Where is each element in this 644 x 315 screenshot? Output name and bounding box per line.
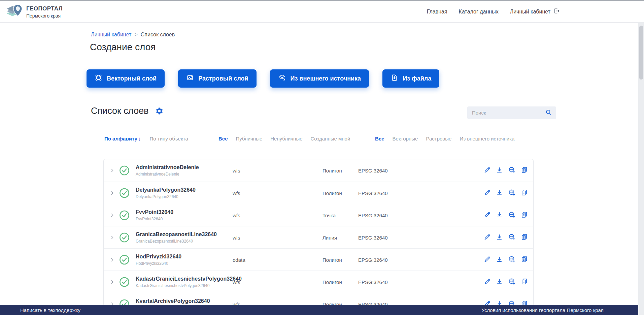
layer-source-type: wfs — [233, 168, 240, 174]
create-vector-layer-label: Векторный слой — [107, 75, 157, 82]
layer-name: FvvPoint32640 — [136, 209, 232, 215]
terms-link[interactable]: Условия использования геопортала Пермско… — [481, 307, 604, 313]
type-filter[interactable]: Векторные — [393, 136, 418, 141]
layer-name: DelyankaPolygon32640 — [136, 187, 232, 193]
edit-layer-button[interactable] — [484, 166, 491, 175]
pencil-icon — [484, 278, 491, 286]
window-top-line — [0, 0, 644, 1]
row-expand-chevron-icon[interactable] — [109, 257, 115, 262]
edit-layer-button[interactable] — [484, 189, 491, 197]
layer-crs: EPSG:32640 — [358, 190, 388, 196]
search-button[interactable] — [545, 109, 552, 117]
add-to-map-button[interactable] — [508, 255, 516, 264]
create-layer-buttons: Векторный слой Растровый слой — [87, 69, 439, 88]
breadcrumb: Личный кабинет > Список слоев — [91, 32, 175, 38]
download-layer-button[interactable] — [496, 166, 503, 175]
status-published-icon — [119, 188, 130, 198]
layer-name-block: HodPrivyzki32640 HodPrivyzki32640 — [136, 254, 232, 266]
layer-source-type: wfs — [233, 212, 240, 218]
visibility-filter-label: Непубличные — [270, 136, 302, 141]
search-input[interactable] — [472, 110, 545, 116]
sort-filter[interactable]: По типу объекта — [149, 136, 188, 141]
layer-search — [467, 106, 556, 119]
row-expand-chevron-icon[interactable] — [109, 168, 115, 173]
layer-geometry-type: Полигон — [323, 279, 342, 285]
create-from-file-button[interactable]: Из файла — [382, 69, 439, 88]
layer-list-title: Список слоев — [91, 106, 148, 116]
visibility-filter[interactable]: Созданные мной — [311, 136, 350, 141]
copy-layer-button[interactable] — [521, 278, 528, 286]
support-link[interactable]: Написать в техподдержку — [20, 307, 80, 313]
logo-layers-pin-icon — [6, 3, 23, 21]
copy-layer-button[interactable] — [521, 256, 528, 264]
copy-icon — [521, 278, 528, 286]
sort-filter[interactable]: По алфавиту ↓ — [104, 136, 141, 141]
download-layer-button[interactable] — [496, 278, 503, 286]
row-actions — [484, 211, 528, 220]
edit-layer-button[interactable] — [484, 278, 491, 286]
row-expand-chevron-icon[interactable] — [109, 213, 115, 218]
status-published-icon — [119, 165, 130, 176]
download-layer-button[interactable] — [496, 189, 503, 197]
visibility-filter[interactable]: Все — [218, 136, 228, 141]
visibility-filter-group: Все Публичные Непубличные Созданные мной — [218, 136, 350, 141]
layer-source-type: odata — [233, 257, 245, 262]
download-layer-button[interactable] — [496, 256, 503, 264]
add-to-map-button[interactable] — [508, 278, 516, 286]
footer: Написать в техподдержку Условия использо… — [0, 305, 638, 315]
breadcrumb-current: Список слоев — [141, 32, 175, 38]
nav-data-catalog[interactable]: Каталог данных — [459, 9, 499, 15]
add-to-map-button[interactable] — [508, 166, 516, 175]
row-expand-chevron-icon[interactable] — [109, 235, 115, 240]
layer-crs: EPSG:32640 — [358, 168, 388, 174]
type-filter[interactable]: Растровые — [426, 136, 451, 141]
visibility-filter[interactable]: Публичные — [236, 136, 263, 141]
row-expand-chevron-icon[interactable] — [109, 279, 115, 285]
edit-layer-button[interactable] — [484, 233, 491, 242]
add-to-map-button[interactable] — [508, 189, 516, 197]
list-settings-button[interactable] — [155, 107, 164, 116]
layer-code: FvvPoint32640 — [136, 217, 232, 221]
row-actions — [484, 278, 528, 286]
download-icon — [496, 256, 503, 264]
copy-layer-button[interactable] — [521, 189, 528, 197]
visibility-filter[interactable]: Непубличные — [270, 136, 302, 141]
pencil-icon — [484, 211, 491, 219]
download-layer-button[interactable] — [496, 233, 503, 242]
edit-layer-button[interactable] — [484, 256, 491, 264]
layer-name-block: GranicaBezopasnostiLine32640 GranicaBezo… — [136, 231, 232, 244]
download-layer-button[interactable] — [496, 211, 503, 219]
from-file-icon — [391, 74, 398, 83]
layer-code: HodPrivyzki32640 — [136, 261, 232, 266]
visibility-filter-label: Все — [218, 136, 228, 141]
logout-icon[interactable] — [553, 8, 560, 15]
copy-layer-button[interactable] — [521, 166, 528, 175]
layer-crs: EPSG:32640 — [358, 279, 388, 285]
type-filter[interactable]: Все — [375, 136, 384, 141]
add-to-map-button[interactable] — [508, 211, 516, 220]
copy-layer-button[interactable] — [521, 211, 528, 219]
scrollbar-thumb[interactable] — [639, 26, 643, 80]
nav-account[interactable]: Личный кабинет — [510, 8, 560, 15]
sort-filter-label: По алфавиту — [104, 136, 137, 141]
nav-home[interactable]: Главная — [427, 9, 447, 15]
pencil-icon — [484, 166, 491, 175]
logo[interactable]: ГЕОПОРТАЛ Пермского края — [6, 3, 63, 21]
layer-filters: По алфавиту ↓ По типу объекта Все Публич… — [104, 136, 539, 143]
layer-name-block: KadastrGraniciLesnichestvPolygon32640 Ka… — [136, 276, 232, 288]
breadcrumb-account-link[interactable]: Личный кабинет — [91, 32, 131, 38]
copy-icon — [521, 189, 528, 197]
create-raster-layer-button[interactable]: Растровый слой — [178, 69, 256, 88]
type-filter[interactable]: Из внешнего источника — [460, 136, 514, 141]
copy-layer-button[interactable] — [521, 233, 528, 242]
main-nav: Главная Каталог данных Личный кабинет — [427, 1, 560, 23]
row-expand-chevron-icon[interactable] — [109, 190, 115, 196]
layer-code: DelyankaPolygon32640 — [136, 194, 232, 199]
edit-layer-button[interactable] — [484, 211, 491, 219]
create-from-external-source-button[interactable]: Из внешнего источника — [270, 69, 369, 88]
add-to-map-button[interactable] — [508, 233, 516, 242]
download-icon — [496, 278, 503, 286]
sort-direction-arrow-icon: ↓ — [138, 136, 141, 141]
create-vector-layer-button[interactable]: Векторный слой — [87, 69, 165, 88]
page-scrollbar[interactable] — [638, 23, 644, 315]
